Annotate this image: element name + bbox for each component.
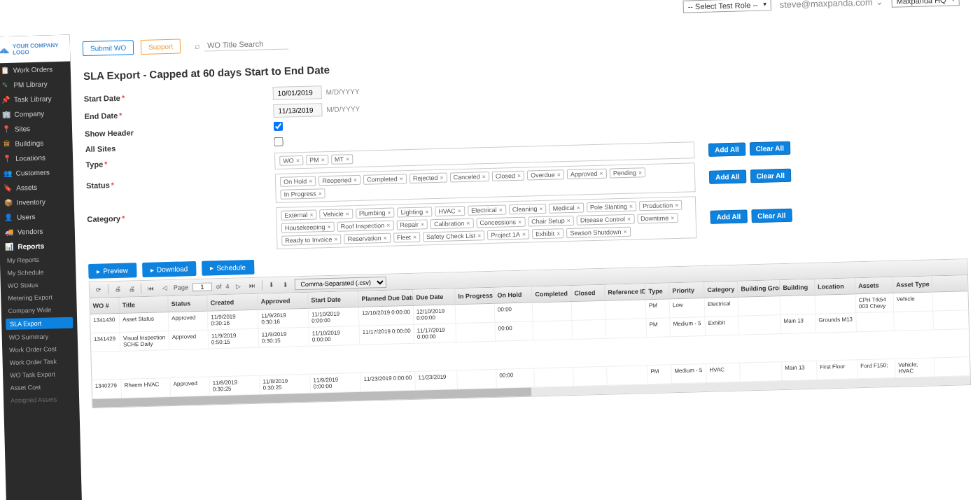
col-header[interactable]: Building Group [738, 280, 780, 297]
col-header[interactable]: Completed [532, 286, 572, 302]
remove-tag-icon[interactable]: × [425, 208, 429, 215]
category-tag[interactable]: Repair × [396, 219, 428, 230]
col-header[interactable]: Title [119, 296, 169, 313]
last-page-icon[interactable]: ⏭ [247, 281, 257, 291]
category-tag[interactable]: Safety Check List × [423, 230, 485, 242]
sidebar-item-task-library[interactable]: 📌Task Library [0, 91, 71, 108]
sidebar-item-buildings[interactable]: 🏛Buildings [0, 135, 73, 152]
category-tag[interactable]: Medical × [549, 202, 584, 213]
status-add-all[interactable]: Add All [709, 169, 746, 183]
type-tag[interactable]: MT × [331, 154, 354, 165]
sidebar-item-sites[interactable]: 📍Sites [0, 120, 72, 137]
remove-tag-icon[interactable]: × [346, 210, 350, 217]
col-header[interactable]: Planned Due Date [358, 290, 414, 307]
col-header[interactable]: Created [207, 294, 258, 311]
category-tag[interactable]: Exhibit × [532, 228, 564, 239]
remove-tag-icon[interactable]: × [627, 216, 631, 223]
category-tag[interactable]: Ready to Invoice × [281, 235, 342, 246]
sidebar-item-vendors[interactable]: 🚚Vendors [0, 223, 75, 240]
category-tag[interactable]: Concessions × [476, 217, 525, 228]
schedule-button[interactable]: ▸Schedule [202, 260, 254, 276]
sidebar-item-assets[interactable]: 🔖Assets [0, 179, 74, 196]
remove-tag-icon[interactable]: × [638, 169, 643, 176]
col-header[interactable]: In Progress [455, 288, 495, 304]
remove-tag-icon[interactable]: × [539, 205, 543, 212]
status-tag[interactable]: Closed × [492, 171, 525, 181]
remove-tag-icon[interactable]: × [599, 170, 603, 177]
remove-tag-icon[interactable]: × [517, 172, 522, 179]
remove-tag-icon[interactable]: × [567, 217, 571, 224]
sidebar-item-reports[interactable]: 📊Reports [0, 238, 76, 255]
category-tag[interactable]: Roof Inspection × [337, 221, 393, 232]
sidebar-item-users[interactable]: 👤Users [0, 209, 75, 225]
remove-tag-icon[interactable]: × [675, 202, 679, 209]
status-tag[interactable]: Canceled × [450, 172, 490, 182]
support-button[interactable]: Support [141, 39, 181, 54]
preview-button[interactable]: ▸Preview [88, 263, 136, 279]
user-email[interactable]: steve@maxpanda.com⌄ [779, 0, 883, 10]
role-select[interactable]: -- Select Test Role -- [682, 0, 771, 13]
category-tag[interactable]: Cleaning × [509, 204, 547, 214]
refresh-icon[interactable]: ⟳ [94, 284, 104, 294]
status-tag[interactable]: Overdue × [527, 169, 564, 180]
category-tag[interactable]: Downtime × [637, 213, 678, 224]
remove-tag-icon[interactable]: × [477, 232, 482, 239]
type-tag[interactable]: PM × [306, 155, 328, 165]
remove-tag-icon[interactable]: × [556, 230, 561, 237]
remove-tag-icon[interactable]: × [346, 155, 350, 162]
sidebar-sub-company-wide[interactable]: Company Wide [1, 303, 77, 317]
col-header[interactable]: Priority [669, 282, 705, 298]
type-tag[interactable]: WO × [279, 155, 303, 166]
col-header[interactable]: Closed [571, 285, 606, 301]
category-tag[interactable]: Pole Slanting × [587, 202, 637, 213]
sidebar-item-pm-library[interactable]: ✎PM Library [0, 76, 71, 93]
status-clear-all[interactable]: Clear All [750, 168, 791, 183]
status-tag[interactable]: Pending × [610, 167, 646, 178]
col-header[interactable]: Assets [855, 277, 894, 293]
remove-tag-icon[interactable]: × [557, 171, 561, 178]
remove-tag-icon[interactable]: × [334, 236, 338, 243]
remove-tag-icon[interactable]: × [671, 214, 675, 221]
col-header[interactable]: Asset Type [893, 276, 933, 292]
status-tag[interactable]: Completed × [363, 174, 407, 185]
sidebar-item-company[interactable]: 🏢Company [0, 106, 72, 123]
cat-add-all[interactable]: Add All [710, 209, 747, 223]
remove-tag-icon[interactable]: × [466, 220, 470, 227]
col-header[interactable]: WO # [90, 298, 120, 314]
category-tag[interactable]: HVAC × [435, 206, 465, 216]
category-tag[interactable]: Vehicle × [319, 209, 353, 219]
status-tag[interactable]: In Progress × [280, 188, 326, 200]
type-clear-all[interactable]: Clear All [749, 141, 790, 155]
status-tag[interactable]: Rejected × [410, 173, 447, 183]
category-tag[interactable]: Lighting × [397, 207, 432, 217]
remove-tag-icon[interactable]: × [629, 203, 634, 210]
col-header[interactable]: Category [704, 282, 738, 298]
export-format-select[interactable]: Comma-Separated (.csv) [294, 277, 386, 290]
remove-tag-icon[interactable]: × [440, 174, 444, 181]
remove-tag-icon[interactable]: × [296, 157, 300, 164]
remove-tag-icon[interactable]: × [309, 178, 313, 185]
submit-wo-button[interactable]: Submit WO [83, 40, 134, 56]
export-icon[interactable]: ⬇ [266, 280, 276, 290]
remove-tag-icon[interactable]: × [522, 231, 526, 238]
sidebar-sub-assigned-assets[interactable]: Assigned Assets [4, 392, 79, 407]
sidebar-item-customers[interactable]: 👥Customers [0, 165, 74, 181]
category-tag[interactable]: Plumbing × [356, 208, 395, 218]
remove-tag-icon[interactable]: × [458, 207, 462, 214]
category-tag[interactable]: External × [281, 209, 317, 220]
col-header[interactable]: Approved [258, 293, 309, 310]
col-header[interactable]: Start Date [308, 291, 359, 308]
status-tag[interactable]: On Hold × [280, 176, 316, 186]
category-tag[interactable]: Season Shutdown × [566, 227, 631, 238]
first-page-icon[interactable]: ⏮ [146, 284, 155, 293]
category-tag[interactable]: Housekeeping × [281, 222, 335, 233]
sidebar-item-locations[interactable]: 📍Locations [0, 150, 73, 167]
status-tag[interactable]: Reopened × [318, 175, 360, 186]
remove-tag-icon[interactable]: × [309, 211, 314, 218]
category-tag[interactable]: Project 1A × [487, 230, 529, 241]
search-input[interactable] [204, 37, 288, 51]
show-header-checkbox[interactable] [274, 122, 283, 131]
category-tag[interactable]: Production × [639, 200, 682, 211]
col-header[interactable]: On Hold [494, 286, 533, 303]
next-page-icon[interactable]: ▷ [233, 281, 243, 291]
